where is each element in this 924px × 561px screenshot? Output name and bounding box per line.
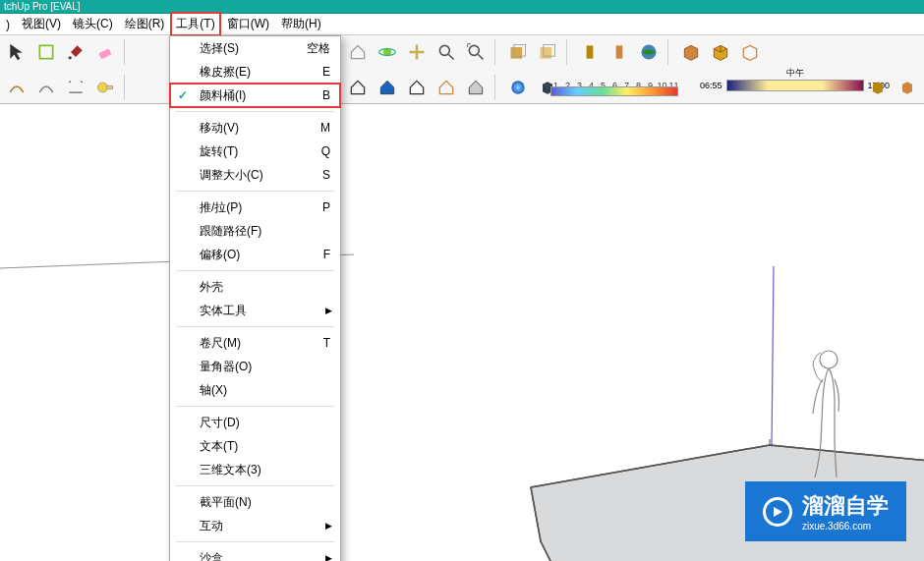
box3-icon[interactable] <box>737 39 763 65</box>
svg-point-1 <box>69 56 72 59</box>
svg-line-20 <box>772 266 774 447</box>
separator <box>176 270 334 271</box>
tape-icon[interactable] <box>92 75 118 100</box>
pan-icon[interactable] <box>404 39 430 65</box>
menu-shell[interactable]: 外壳 <box>170 275 340 299</box>
toolbar: 1 2 3 4 5 6 7 8 9 10 11 06:55 中午 17:00 <box>0 35 924 104</box>
separator <box>494 39 499 65</box>
separator <box>494 75 499 100</box>
menu-item-camera[interactable]: 镜头(C) <box>67 12 119 36</box>
svg-rect-13 <box>587 45 594 58</box>
solid1-icon[interactable] <box>865 75 891 100</box>
house-b-icon[interactable] <box>375 75 400 100</box>
separator <box>124 75 129 100</box>
menu-bar: ) 视图(V) 镜头(C) 绘图(R) 工具(T) 窗口(W) 帮助(H) <box>0 14 924 35</box>
component-icon[interactable] <box>33 39 59 65</box>
menu-dimensions[interactable]: 尺寸(D) <box>170 411 340 434</box>
arc2-icon[interactable] <box>33 75 59 100</box>
svg-line-6 <box>449 55 454 60</box>
svg-point-5 <box>439 45 449 55</box>
svg-point-16 <box>98 83 108 92</box>
menu-eraser[interactable]: 橡皮擦(E)E <box>170 60 340 84</box>
time-scale[interactable]: 06:55 中午 17:00 <box>700 75 890 96</box>
svg-point-23 <box>820 351 837 368</box>
rectangle-icon[interactable] <box>135 39 160 65</box>
check-icon: ✓ <box>178 88 188 102</box>
menu-protractor[interactable]: 量角器(O) <box>170 355 340 378</box>
toolbar-row-1 <box>4 39 763 65</box>
menu-item-tools[interactable]: 工具(T) <box>170 12 220 36</box>
title-text: tchUp Pro [EVAL] <box>4 1 81 12</box>
menu-item-view[interactable]: 视图(V) <box>16 12 67 36</box>
svg-rect-11 <box>541 47 552 59</box>
menu-text[interactable]: 文本(T) <box>170 434 340 458</box>
orbit-icon[interactable] <box>375 39 400 65</box>
separator <box>176 541 334 542</box>
building2-icon[interactable] <box>606 39 632 65</box>
chevron-right-icon: ▶ <box>325 553 332 561</box>
menu-axes[interactable]: 轴(X) <box>170 378 340 402</box>
solid2-icon[interactable] <box>895 75 920 100</box>
layer2-icon[interactable] <box>535 39 560 65</box>
chevron-right-icon: ▶ <box>325 521 332 531</box>
dimension-icon[interactable] <box>63 75 88 100</box>
menu-move[interactable]: 移动(V)M <box>170 116 340 140</box>
svg-rect-14 <box>616 45 623 58</box>
menu-followme[interactable]: 跟随路径(F) <box>170 219 340 243</box>
separator <box>667 39 672 65</box>
box1-icon[interactable] <box>678 39 704 65</box>
house1-icon[interactable] <box>345 39 371 65</box>
svg-point-18 <box>511 81 524 93</box>
menu-select[interactable]: 选择(S)空格 <box>170 36 340 60</box>
separator <box>176 485 334 486</box>
separator <box>566 39 571 65</box>
menu-item-help[interactable]: 帮助(H) <box>275 12 327 36</box>
text-icon[interactable] <box>135 75 160 100</box>
watermark-logo: 溜溜自学 zixue.3d66.com <box>745 481 906 541</box>
svg-rect-9 <box>511 47 523 59</box>
menu-pushpull[interactable]: 推/拉(P)P <box>170 196 340 219</box>
menu-rotate[interactable]: 旋转(T)Q <box>170 140 340 163</box>
menu-item-draw[interactable]: 绘图(R) <box>119 12 171 36</box>
menu-interact[interactable]: 互动▶ <box>170 514 340 537</box>
sphere-blue-icon[interactable] <box>505 75 531 100</box>
house-a-icon[interactable] <box>345 75 371 100</box>
menu-offset[interactable]: 偏移(O)F <box>170 243 340 266</box>
menu-item-close[interactable]: ) <box>0 14 16 35</box>
zoom-extents-icon[interactable] <box>463 39 489 65</box>
separator <box>176 326 334 327</box>
menu-tape[interactable]: 卷尺(M)T <box>170 331 340 355</box>
paint-icon[interactable] <box>63 39 88 65</box>
menu-paint-bucket[interactable]: ✓颜料桶(I)B <box>170 84 340 107</box>
menu-section[interactable]: 截平面(N) <box>170 490 340 514</box>
separator <box>176 111 334 112</box>
building1-icon[interactable] <box>577 39 603 65</box>
chevron-right-icon: ▶ <box>325 306 332 315</box>
svg-rect-2 <box>98 48 111 59</box>
menu-scale[interactable]: 调整大小(C)S <box>170 163 340 187</box>
house-e-icon[interactable] <box>463 75 489 100</box>
globe-icon[interactable] <box>636 39 662 65</box>
arrow-icon[interactable] <box>4 39 29 65</box>
separator <box>124 39 129 65</box>
viewport-3d[interactable]: 溜溜自学 zixue.3d66.com <box>0 104 924 561</box>
house-d-icon[interactable] <box>433 75 459 100</box>
box2-icon[interactable] <box>708 39 733 65</box>
zoom-icon[interactable] <box>433 39 459 65</box>
svg-rect-17 <box>107 85 113 88</box>
house-c-icon[interactable] <box>404 75 430 100</box>
menu-solid-tools[interactable]: 实体工具▶ <box>170 299 340 322</box>
svg-rect-0 <box>39 45 52 58</box>
menu-item-window[interactable]: 窗口(W) <box>221 12 275 36</box>
play-icon <box>763 497 792 527</box>
svg-point-7 <box>469 45 479 55</box>
separator <box>176 191 334 192</box>
menu-3dtext[interactable]: 三维文本(3) <box>170 458 340 481</box>
scale-figure <box>801 345 850 482</box>
menu-sandbox[interactable]: 沙盒▶ <box>170 546 340 561</box>
separator <box>176 406 334 407</box>
arc1-icon[interactable] <box>4 75 29 100</box>
eraser-icon[interactable] <box>92 39 118 65</box>
layer1-icon[interactable] <box>505 39 531 65</box>
tools-menu-dropdown: 选择(S)空格 橡皮擦(E)E ✓颜料桶(I)B 移动(V)M 旋转(T)Q 调… <box>169 35 341 561</box>
